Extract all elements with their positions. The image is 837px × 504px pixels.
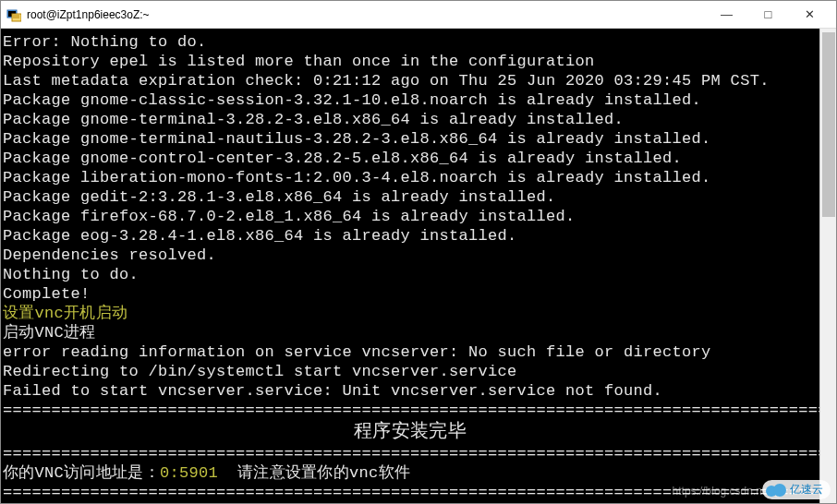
terminal-line: ========================================…: [3, 444, 818, 463]
terminal-line: 程序安装完毕: [3, 420, 818, 444]
terminal-output[interactable]: Error: Nothing to do.Repository epel is …: [1, 29, 819, 503]
terminal-line: ========================================…: [3, 401, 818, 420]
terminal-line: Redirecting to /bin/systemctl start vncs…: [3, 362, 818, 381]
terminal-line: 设置vnc开机启动: [3, 304, 818, 323]
terminal-line: Package gnome-terminal-3.28.2-3.el8.x86_…: [3, 110, 818, 129]
vnc-address-value: 0:5901: [160, 464, 218, 482]
app-window: root@iZpt1np6ieec3oZ:~ — □ ✕ Error: Noth…: [0, 0, 837, 504]
terminal-line: Complete!: [3, 284, 818, 304]
terminal-area: Error: Nothing to do.Repository epel is …: [1, 29, 836, 503]
window-title: root@iZpt1np6ieec3oZ:~: [27, 8, 150, 21]
scrollbar[interactable]: [819, 29, 836, 503]
vnc-address-prefix: 你的VNC访问地址是：: [3, 464, 160, 482]
terminal-line: Package gnome-classic-session-3.32.1-10.…: [3, 90, 818, 110]
vnc-address-line: 你的VNC访问地址是：0:5901 请注意设置你的vnc软件: [3, 463, 818, 483]
terminal-line: Dependencies resolved.: [3, 246, 818, 265]
terminal-line: Package firefox-68.7.0-2.el8_1.x86_64 is…: [3, 207, 818, 226]
minimize-button[interactable]: —: [706, 2, 747, 28]
terminal-line: ========================================…: [3, 483, 818, 502]
terminal-line: 启动VNC进程: [3, 323, 818, 342]
maximize-button[interactable]: □: [747, 2, 789, 28]
terminal-line: Package gnome-terminal-nautilus-3.28.2-3…: [3, 129, 818, 149]
scroll-thumb[interactable]: [822, 32, 835, 217]
terminal-line: Package liberation-mono-fonts-1:2.00.3-4…: [3, 168, 818, 187]
terminal-line: Package gnome-control-center-3.28.2-5.el…: [3, 149, 818, 168]
close-button[interactable]: ✕: [789, 2, 831, 28]
terminal-line: Nothing to do.: [3, 265, 818, 284]
putty-icon: [6, 7, 21, 22]
vnc-address-suffix: 请注意设置你的vnc软件: [218, 464, 410, 482]
terminal-line: Package eog-3.28.4-1.el8.x86_64 is alrea…: [3, 226, 818, 246]
terminal-line: Package gedit-2:3.28.1-3.el8.x86_64 is a…: [3, 187, 818, 207]
titlebar[interactable]: root@iZpt1np6ieec3oZ:~ — □ ✕: [1, 1, 836, 29]
terminal-line: error reading information on service vnc…: [3, 342, 818, 362]
terminal-line: Last metadata expiration check: 0:21:12 …: [3, 71, 818, 90]
terminal-line: Failed to start vncserver.service: Unit …: [3, 381, 818, 401]
terminal-line: Error: Nothing to do.: [3, 32, 818, 52]
terminal-line: Repository epel is listed more than once…: [3, 52, 818, 71]
